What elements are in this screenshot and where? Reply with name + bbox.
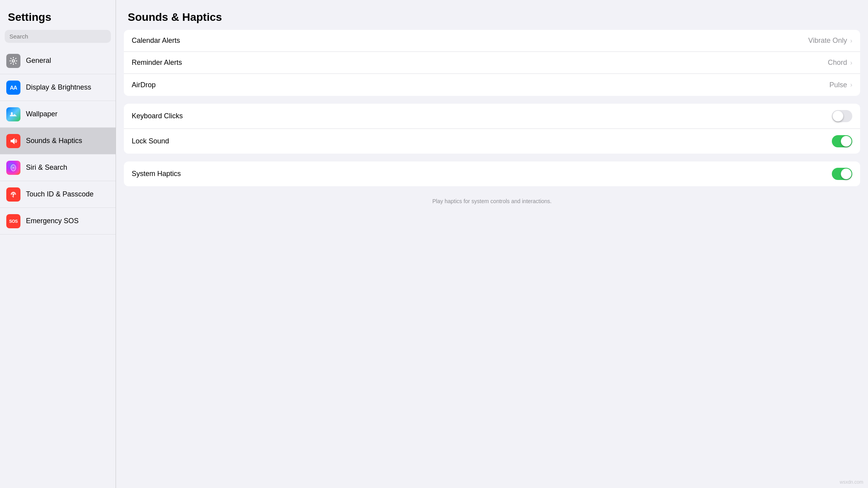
- sidebar-item-display-label: Display & Brightness: [26, 83, 91, 92]
- chevron-icon: ›: [850, 59, 852, 66]
- toggle-knob: [841, 136, 851, 147]
- toggle-knob: [841, 169, 851, 179]
- alerts-section: Calendar Alerts Vibrate Only › Reminder …: [124, 30, 860, 96]
- sidebar-item-general-label: General: [26, 57, 51, 65]
- sidebar-item-wallpaper[interactable]: Wallpaper: [0, 101, 116, 128]
- watermark: wsxdn.com: [840, 479, 863, 485]
- sidebar-item-general[interactable]: General: [0, 48, 116, 74]
- chevron-icon: ›: [850, 37, 852, 44]
- chevron-icon: ›: [850, 81, 852, 88]
- sidebar-list: General AA Display & Brightness Wallpape…: [0, 48, 116, 488]
- calendar-alerts-row[interactable]: Calendar Alerts Vibrate Only ›: [124, 30, 860, 52]
- sos-icon: SOS: [6, 214, 20, 228]
- sidebar-item-sounds-label: Sounds & Haptics: [26, 137, 82, 145]
- svg-point-5: [13, 167, 14, 168]
- lock-sound-label: Lock Sound: [132, 137, 169, 145]
- sidebar-item-sos[interactable]: SOS Emergency SOS: [0, 208, 116, 235]
- keyboard-clicks-label: Keyboard Clicks: [132, 112, 183, 120]
- toggle-knob: [833, 111, 843, 121]
- sidebar-title: Settings: [0, 0, 116, 30]
- wallpaper-icon: [6, 107, 20, 121]
- sidebar-item-wallpaper-label: Wallpaper: [26, 110, 57, 118]
- sidebar-item-touchid-label: Touch ID & Passcode: [26, 190, 94, 198]
- airdrop-value: Pulse ›: [829, 81, 852, 89]
- search-input[interactable]: [5, 30, 111, 43]
- lock-sound-row: Lock Sound: [124, 129, 860, 154]
- clicks-section: Keyboard Clicks Lock Sound: [124, 104, 860, 154]
- display-icon: AA: [6, 81, 20, 95]
- sounds-icon: [6, 134, 20, 148]
- keyboard-clicks-row: Keyboard Clicks: [124, 104, 860, 129]
- sidebar-search-container: [0, 30, 116, 48]
- system-haptics-toggle[interactable]: [832, 168, 852, 180]
- airdrop-row[interactable]: AirDrop Pulse ›: [124, 74, 860, 96]
- haptics-note: Play haptics for system controls and int…: [116, 194, 868, 211]
- sidebar: Settings General AA Display & Brightness: [0, 0, 116, 488]
- sidebar-item-sounds[interactable]: Sounds & Haptics: [0, 128, 116, 154]
- haptics-section: System Haptics: [124, 161, 860, 186]
- airdrop-label: AirDrop: [132, 81, 156, 89]
- content-title: Sounds & Haptics: [116, 0, 868, 30]
- sidebar-item-sos-label: Emergency SOS: [26, 217, 79, 225]
- general-icon: [6, 54, 20, 68]
- reminder-alerts-row[interactable]: Reminder Alerts Chord ›: [124, 52, 860, 74]
- reminder-alerts-label: Reminder Alerts: [132, 59, 182, 67]
- system-haptics-label: System Haptics: [132, 170, 181, 178]
- svg-point-0: [12, 60, 15, 62]
- sidebar-item-display[interactable]: AA Display & Brightness: [0, 74, 116, 101]
- svg-marker-2: [11, 138, 15, 144]
- reminder-alerts-value: Chord ›: [828, 59, 852, 67]
- system-haptics-row: System Haptics: [124, 161, 860, 186]
- touchid-icon: [6, 187, 20, 202]
- sidebar-item-siri-label: Siri & Search: [26, 163, 67, 172]
- calendar-alerts-label: Calendar Alerts: [132, 37, 180, 45]
- keyboard-clicks-toggle[interactable]: [832, 110, 852, 122]
- sidebar-item-touchid[interactable]: Touch ID & Passcode: [0, 181, 116, 208]
- sidebar-item-siri[interactable]: Siri & Search: [0, 154, 116, 181]
- calendar-alerts-value: Vibrate Only ›: [808, 37, 852, 45]
- content-area: Sounds & Haptics Calendar Alerts Vibrate…: [116, 0, 868, 488]
- lock-sound-toggle[interactable]: [832, 135, 852, 147]
- siri-icon: [6, 161, 20, 175]
